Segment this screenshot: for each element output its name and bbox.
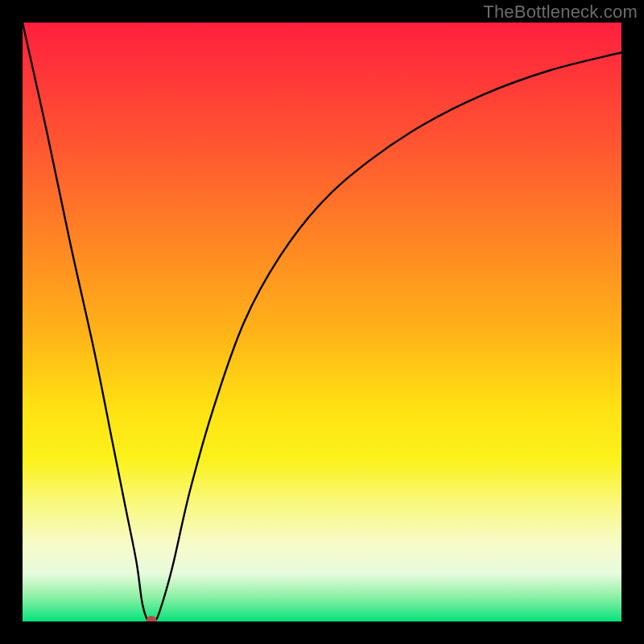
watermark-text: TheBottleneck.com — [483, 2, 638, 23]
plot-area — [23, 23, 621, 621]
bottleneck-curve — [23, 23, 621, 621]
chart-frame: TheBottleneck.com — [0, 0, 644, 644]
optimal-marker — [146, 616, 157, 621]
